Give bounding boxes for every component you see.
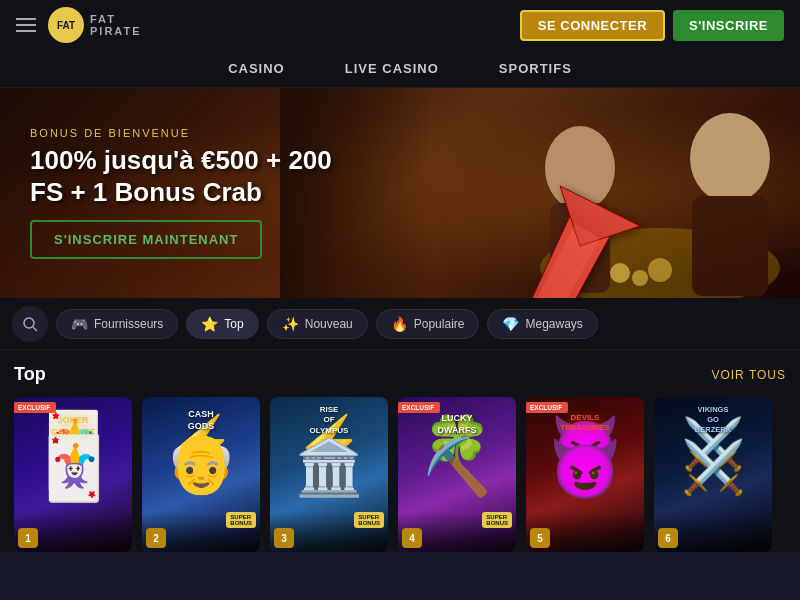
olympus-emoji: 🏛️ bbox=[295, 435, 364, 500]
devils-title: DEVILSTREASURES bbox=[526, 413, 644, 434]
game-num-3: 3 bbox=[274, 528, 294, 548]
exclusive-badge-1: EXCLUSIF bbox=[14, 402, 56, 413]
games-grid: EXCLUSIF JOKERCASHPOT 🃏 1 CASHGODS 👴 SUP… bbox=[14, 397, 786, 552]
svg-point-12 bbox=[24, 318, 34, 328]
header-left: FAT FAT PIRATE bbox=[16, 7, 142, 43]
nouveau-icon: ✨ bbox=[282, 316, 299, 332]
main-nav: CASINO LIVE CASINO SPORTIFS bbox=[0, 50, 800, 88]
vikings-title: VIKINGSGOBERZERK bbox=[654, 405, 772, 434]
hero-title: 100% jusqu'à €500 + 200 FS + 1 Bonus Cra… bbox=[30, 145, 332, 207]
games-section: Top VOIR TOUS EXCLUSIF JOKERCASHPOT 🃏 1 … bbox=[0, 350, 800, 552]
hero-banner: BONUS DE BIENVENUE 100% jusqu'à €500 + 2… bbox=[0, 88, 800, 298]
joker-title: JOKERCASHPOT bbox=[14, 415, 132, 438]
fournisseurs-icon: 🎮 bbox=[71, 316, 88, 332]
search-icon bbox=[22, 316, 38, 332]
cash-title: CASHGODS bbox=[142, 409, 260, 432]
search-button[interactable] bbox=[12, 306, 48, 342]
filter-populaire[interactable]: 🔥 Populaire bbox=[376, 309, 480, 339]
game-card-olympus[interactable]: RISEOFOLYMPUS 🏛️ SUPERBONUS 3 bbox=[270, 397, 388, 552]
game-num-2: 2 bbox=[146, 528, 166, 548]
super-bonus-4: SUPERBONUS bbox=[482, 512, 512, 528]
section-title: Top bbox=[14, 364, 46, 385]
exclusive-badge-4: EXCLUSIF bbox=[398, 402, 440, 413]
svg-line-13 bbox=[33, 327, 37, 331]
populaire-icon: 🔥 bbox=[391, 316, 408, 332]
logo-text: FAT PIRATE bbox=[90, 13, 142, 37]
game-num-5: 5 bbox=[530, 528, 550, 548]
login-button[interactable]: SE CONNECTER bbox=[520, 10, 665, 41]
svg-rect-2 bbox=[550, 203, 610, 293]
section-header: Top VOIR TOUS bbox=[14, 364, 786, 385]
cash-emoji: 👴 bbox=[165, 429, 237, 497]
header: FAT FAT PIRATE SE CONNECTER S'INSCRIRE bbox=[0, 0, 800, 50]
nav-sportifs[interactable]: SPORTIFS bbox=[499, 61, 572, 76]
game-num-6: 6 bbox=[658, 528, 678, 548]
logo-icon: FAT bbox=[48, 7, 84, 43]
filter-nouveau[interactable]: ✨ Nouveau bbox=[267, 309, 368, 339]
nav-live-casino[interactable]: LIVE CASINO bbox=[345, 61, 439, 76]
game-num-1: 1 bbox=[18, 528, 38, 548]
joker-emoji: 🃏 bbox=[35, 432, 112, 504]
svg-point-6 bbox=[632, 270, 648, 286]
svg-point-5 bbox=[610, 263, 630, 283]
filter-fournisseurs[interactable]: 🎮 Fournisseurs bbox=[56, 309, 178, 339]
megaways-icon: 💎 bbox=[502, 316, 519, 332]
svg-point-1 bbox=[545, 126, 615, 210]
game-card-lucky[interactable]: EXCLUSIF LUCKYDWARFS ⛏️ SUPERBONUS 4 bbox=[398, 397, 516, 552]
devils-emoji: 😈 bbox=[549, 435, 621, 503]
exclusive-badge-5: EXCLUSIF bbox=[526, 402, 568, 413]
header-right: SE CONNECTER S'INSCRIRE bbox=[520, 10, 784, 41]
filter-bar: 🎮 Fournisseurs ⭐ Top ✨ Nouveau 🔥 Populai… bbox=[0, 298, 800, 350]
game-card-devils[interactable]: EXCLUSIF DEVILSTREASURES 😈 5 bbox=[526, 397, 644, 552]
logo[interactable]: FAT FAT PIRATE bbox=[48, 7, 142, 43]
game-num-4: 4 bbox=[402, 528, 422, 548]
hero-content: BONUS DE BIENVENUE 100% jusqu'à €500 + 2… bbox=[30, 127, 332, 258]
super-bonus-2: SUPERBONUS bbox=[226, 512, 256, 528]
top-icon: ⭐ bbox=[201, 316, 218, 332]
lucky-emoji: ⛏️ bbox=[423, 435, 492, 500]
super-bonus-3: SUPERBONUS bbox=[354, 512, 384, 528]
register-button[interactable]: S'INSCRIRE bbox=[673, 10, 784, 41]
nav-casino[interactable]: CASINO bbox=[228, 61, 285, 76]
svg-rect-4 bbox=[692, 196, 768, 296]
svg-point-3 bbox=[690, 113, 770, 203]
lucky-title: LUCKYDWARFS bbox=[398, 413, 516, 436]
game-card-vikings[interactable]: VIKINGSGOBERZERK ⚔️ 6 bbox=[654, 397, 772, 552]
hamburger-menu[interactable] bbox=[16, 18, 36, 32]
hero-scene bbox=[280, 88, 800, 298]
game-card-joker[interactable]: EXCLUSIF JOKERCASHPOT 🃏 1 bbox=[14, 397, 132, 552]
filter-top[interactable]: ⭐ Top bbox=[186, 309, 258, 339]
olympus-title: RISEOFOLYMPUS bbox=[270, 405, 388, 436]
logo-fat: FAT bbox=[57, 20, 75, 31]
vikings-emoji: ⚔️ bbox=[681, 437, 746, 498]
hero-cta-button[interactable]: S'INSCRIRE MAINTENANT bbox=[30, 220, 262, 259]
voir-tous-link[interactable]: VOIR TOUS bbox=[711, 368, 786, 382]
game-card-cash[interactable]: CASHGODS 👴 SUPERBONUS 2 bbox=[142, 397, 260, 552]
filter-megaways[interactable]: 💎 Megaways bbox=[487, 309, 597, 339]
svg-point-7 bbox=[648, 258, 672, 282]
bonus-label: BONUS DE BIENVENUE bbox=[30, 127, 332, 139]
